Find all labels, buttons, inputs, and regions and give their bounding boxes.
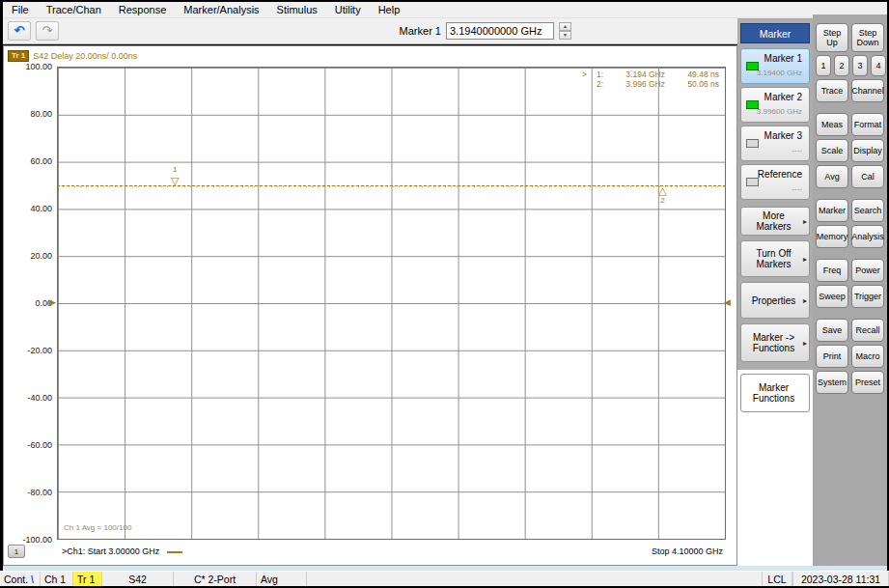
hardkey-group: FreqPowerSweepTrigger [813, 259, 887, 308]
softkey-group: Marker Marker 13.19400 GHzMarker 23.9960… [737, 18, 813, 370]
softkey-marker-2[interactable]: Marker 23.99600 GHz [740, 87, 810, 123]
channel-badge[interactable]: 1 [8, 545, 25, 558]
menu-item-file[interactable]: File [3, 3, 38, 16]
status-tr-1[interactable]: Tr 1 [73, 572, 102, 586]
y-axis-tick-label: -20.00 [4, 346, 52, 355]
readout-active-flag [582, 79, 590, 89]
softkey-marker-3[interactable]: Marker 3---- [740, 126, 810, 161]
hardkey-group: SaveRecallPrintMacroSystemPreset [813, 319, 887, 394]
hardkey-preset[interactable]: Preset [851, 371, 884, 394]
hardkey-freq[interactable]: Freq [816, 259, 848, 282]
softkey-more-markers[interactable]: More Markers▸ [740, 207, 810, 236]
softkey-marker-functions[interactable]: Marker -> Functions▸ [740, 323, 810, 362]
hardkey-recall[interactable]: Recall [851, 319, 884, 342]
hardkey-power[interactable]: Power [851, 259, 884, 282]
status-bar: Cont.\Ch 1Tr 1S42C* 2-PortAvgLCL2023-03-… [0, 571, 889, 586]
redo-icon[interactable]: ↷ [36, 21, 59, 41]
status-s42[interactable]: S42 [102, 572, 174, 586]
hardkey-print[interactable]: Print [816, 345, 848, 368]
hardkey-sweep[interactable]: Sweep [816, 285, 848, 308]
marker-off-indicator [746, 139, 759, 148]
hardkey-trigger[interactable]: Trigger [851, 285, 884, 308]
readout-marker-id: 1: [590, 70, 603, 79]
hardkey-display[interactable]: Display [851, 139, 884, 162]
menu-item-response[interactable]: Response [110, 3, 176, 16]
hardkey-search[interactable]: Search [851, 199, 884, 222]
hardkey-marker[interactable]: Marker [816, 199, 848, 222]
softkey-marker-functions[interactable]: Marker Functions [740, 374, 810, 412]
stepper-down-icon[interactable]: ▼ [559, 31, 571, 40]
softkey-turn-off-markers[interactable]: Turn Off Markers▸ [740, 240, 810, 277]
hardkey-row: SweepTrigger [816, 285, 887, 308]
marker-frequency-stepper: ▲ ▼ [559, 22, 571, 40]
y-axis-tick-label: -60.00 [4, 440, 52, 450]
softkey-properties[interactable]: Properties▸ [740, 282, 810, 319]
y-axis-tick-label: 60.00 [4, 156, 52, 166]
status-label: S42 [128, 574, 147, 585]
status-label: Tr 1 [77, 574, 95, 585]
softkey-label: Reference [758, 169, 802, 180]
y-axis-tick-label: -100.00 [4, 535, 52, 545]
reference-level-arrow-right[interactable]: ◀ [724, 298, 731, 307]
hardkey-memory[interactable]: Memory [816, 225, 848, 248]
trace-marker-id-2: 2 [660, 196, 664, 205]
softkey-value: ---- [792, 146, 802, 154]
menu-item-utility[interactable]: Utility [326, 3, 370, 16]
hardkey-step-up[interactable]: Step Up [816, 23, 848, 52]
undo-icon[interactable]: ↶ [8, 21, 31, 41]
hardkey-3[interactable]: 3 [852, 55, 868, 76]
trace-badge[interactable]: Tr 1 [8, 50, 29, 62]
sweep-indicator-icon: \ [31, 574, 34, 585]
trace-format-label: S42 Delay 20.00ns/ 0.00ns [33, 51, 137, 61]
hardkey-1[interactable]: 1 [816, 55, 831, 76]
status-cont-[interactable]: Cont.\ [0, 572, 41, 586]
hardkey-panel: Step UpStep Down1234TraceChannelMeasForm… [813, 14, 887, 566]
hardkey-scale[interactable]: Scale [816, 139, 848, 162]
hardkey-cal[interactable]: Cal [851, 165, 884, 188]
stepper-up-icon[interactable]: ▲ [559, 22, 571, 31]
menu-bar: FileTrace/ChanResponseMarker/AnalysisSti… [3, 2, 887, 18]
trace-color-key [167, 551, 182, 553]
menu-item-marker-analysis[interactable]: Marker/Analysis [175, 3, 267, 16]
hardkey-macro[interactable]: Macro [851, 345, 884, 368]
softkey-label: Marker 2 [764, 92, 802, 102]
hardkey-format[interactable]: Format [851, 113, 884, 136]
softkey-label: Marker 1 [764, 53, 802, 64]
hardkey-2[interactable]: 2 [834, 55, 849, 76]
y-axis-tick-label: -80.00 [4, 488, 52, 497]
hardkey-channel[interactable]: Channel [851, 79, 884, 102]
readout-marker-id: 2: [590, 79, 603, 89]
status-c-2-port[interactable]: C* 2-Port [174, 572, 257, 586]
readout-frequency: 3.996 GHz [603, 79, 665, 89]
hardkey-row: FreqPower [816, 259, 887, 282]
hardkey-4[interactable]: 4 [871, 55, 886, 76]
hardkey-row: MarkerSearch [816, 199, 887, 222]
trace-marker-2[interactable]: △ [658, 185, 666, 195]
softkey-label: Marker 3 [764, 130, 802, 141]
toolbar: ↶ ↷ Marker 1 ▲ ▼ [3, 18, 737, 44]
softkey-reference[interactable]: Reference---- [740, 164, 810, 200]
graph-grid[interactable] [57, 67, 726, 540]
hardkey-avg[interactable]: Avg [816, 165, 848, 188]
menu-item-help[interactable]: Help [370, 3, 409, 16]
hardkey-system[interactable]: System [816, 371, 848, 394]
trace-marker-1[interactable]: ▽ [171, 176, 179, 185]
status-datetime: 2023-03-28 11:31 [792, 572, 889, 586]
status-avg[interactable]: Avg [257, 572, 307, 586]
marker-entry-label: Marker 1 [400, 25, 441, 37]
hardkey-group: MeasFormatScaleDisplayAvgCal [813, 113, 887, 188]
menu-item-trace-chan[interactable]: Trace/Chan [38, 3, 110, 16]
hardkey-meas[interactable]: Meas [816, 113, 848, 136]
hardkey-analysis[interactable]: Analysis [851, 225, 884, 248]
marker-frequency-input[interactable] [446, 22, 554, 40]
hardkey-save[interactable]: Save [816, 319, 848, 342]
softkey-marker-1[interactable]: Marker 13.19400 GHz [740, 48, 810, 84]
status-ch-1[interactable]: Ch 1 [41, 572, 73, 586]
hardkey-trace[interactable]: Trace [816, 79, 848, 102]
reference-level-arrow-left[interactable]: ▶ [49, 298, 56, 307]
hardkey-step-down[interactable]: Step Down [851, 23, 884, 52]
menu-item-stimulus[interactable]: Stimulus [268, 3, 326, 16]
y-axis-tick-label: 100.00 [4, 62, 52, 71]
marker-readout: >1:3.194 GHz49.48 ns2:3.996 GHz50.06 ns [582, 70, 719, 89]
hardkey-row: SystemPreset [816, 371, 887, 394]
